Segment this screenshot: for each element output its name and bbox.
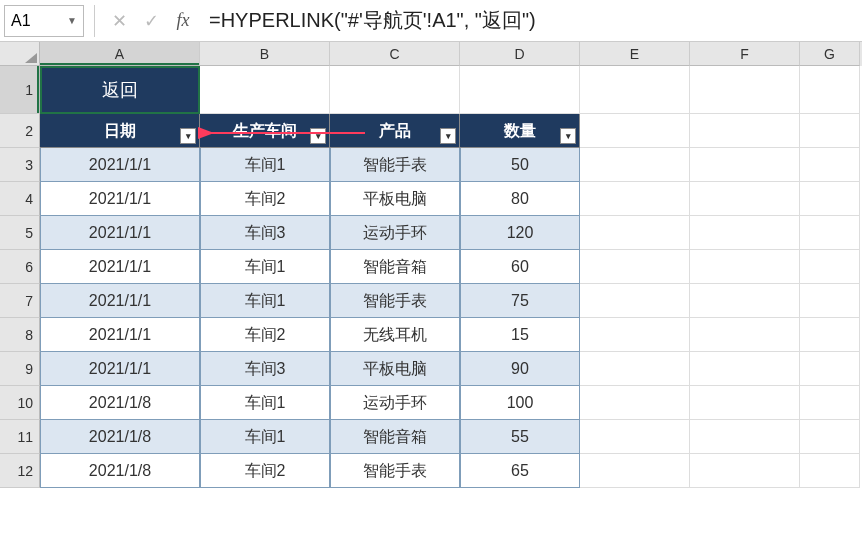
- cell[interactable]: [690, 318, 800, 352]
- cell[interactable]: [580, 454, 690, 488]
- cell[interactable]: 运动手环: [330, 216, 460, 250]
- col-header-D[interactable]: D: [460, 42, 580, 66]
- cell[interactable]: 75: [460, 284, 580, 318]
- table-header-quantity[interactable]: 数量 ▾: [460, 114, 580, 148]
- cell[interactable]: [580, 216, 690, 250]
- cell[interactable]: [800, 148, 860, 182]
- cell[interactable]: 智能音箱: [330, 420, 460, 454]
- table-header-date[interactable]: 日期 ▾: [40, 114, 200, 148]
- filter-dropdown-icon[interactable]: ▾: [560, 128, 576, 144]
- cell[interactable]: [690, 182, 800, 216]
- row-header-4[interactable]: 4: [0, 182, 40, 216]
- cell[interactable]: 无线耳机: [330, 318, 460, 352]
- cell[interactable]: [800, 454, 860, 488]
- cell[interactable]: [800, 318, 860, 352]
- filter-dropdown-icon[interactable]: ▾: [180, 128, 196, 144]
- cell[interactable]: [580, 250, 690, 284]
- cell[interactable]: 车间2: [200, 318, 330, 352]
- cell[interactable]: 车间1: [200, 386, 330, 420]
- row-header-1[interactable]: 1: [0, 66, 40, 114]
- cell[interactable]: [690, 284, 800, 318]
- cell[interactable]: 100: [460, 386, 580, 420]
- cell[interactable]: [580, 182, 690, 216]
- cell[interactable]: 2021/1/1: [40, 216, 200, 250]
- cell[interactable]: 60: [460, 250, 580, 284]
- cell[interactable]: 55: [460, 420, 580, 454]
- cancel-formula-button[interactable]: ✕: [105, 5, 133, 37]
- table-header-workshop[interactable]: 生产车间 ▾: [200, 114, 330, 148]
- col-header-G[interactable]: G: [800, 42, 860, 66]
- cell[interactable]: [580, 420, 690, 454]
- cell[interactable]: 智能手表: [330, 454, 460, 488]
- back-hyperlink-cell[interactable]: 返回: [40, 66, 200, 114]
- cell[interactable]: 车间1: [200, 250, 330, 284]
- cell[interactable]: [580, 386, 690, 420]
- cell[interactable]: 65: [460, 454, 580, 488]
- cell[interactable]: [580, 148, 690, 182]
- row-header-12[interactable]: 12: [0, 454, 40, 488]
- cell[interactable]: 车间2: [200, 182, 330, 216]
- cell[interactable]: [690, 148, 800, 182]
- cell[interactable]: [690, 454, 800, 488]
- cell[interactable]: 2021/1/1: [40, 182, 200, 216]
- cell-G1[interactable]: [800, 66, 860, 114]
- cell[interactable]: 车间3: [200, 352, 330, 386]
- cell[interactable]: [800, 250, 860, 284]
- row-header-6[interactable]: 6: [0, 250, 40, 284]
- cell[interactable]: 平板电脑: [330, 352, 460, 386]
- filter-dropdown-icon[interactable]: ▾: [310, 128, 326, 144]
- cell-E2[interactable]: [580, 114, 690, 148]
- col-header-C[interactable]: C: [330, 42, 460, 66]
- row-header-8[interactable]: 8: [0, 318, 40, 352]
- cell[interactable]: 120: [460, 216, 580, 250]
- cell[interactable]: 2021/1/8: [40, 454, 200, 488]
- name-box[interactable]: A1 ▼: [4, 5, 84, 37]
- cell[interactable]: 50: [460, 148, 580, 182]
- cell-E1[interactable]: [580, 66, 690, 114]
- cell-F2[interactable]: [690, 114, 800, 148]
- cell[interactable]: 车间2: [200, 454, 330, 488]
- cell-D1[interactable]: [460, 66, 580, 114]
- cell[interactable]: 2021/1/1: [40, 352, 200, 386]
- row-header-10[interactable]: 10: [0, 386, 40, 420]
- accept-formula-button[interactable]: ✓: [137, 5, 165, 37]
- cell[interactable]: [690, 386, 800, 420]
- row-header-3[interactable]: 3: [0, 148, 40, 182]
- table-header-product[interactable]: 产品 ▾: [330, 114, 460, 148]
- col-header-E[interactable]: E: [580, 42, 690, 66]
- cell[interactable]: [800, 352, 860, 386]
- cell[interactable]: 车间3: [200, 216, 330, 250]
- cell[interactable]: 运动手环: [330, 386, 460, 420]
- cell[interactable]: 15: [460, 318, 580, 352]
- cell[interactable]: 2021/1/8: [40, 420, 200, 454]
- col-header-F[interactable]: F: [690, 42, 800, 66]
- cell[interactable]: [800, 182, 860, 216]
- cell[interactable]: 智能音箱: [330, 250, 460, 284]
- fx-icon[interactable]: fx: [169, 5, 197, 37]
- chevron-down-icon[interactable]: ▼: [67, 15, 77, 26]
- cell[interactable]: [800, 386, 860, 420]
- cell[interactable]: 2021/1/1: [40, 284, 200, 318]
- cell-B1[interactable]: [200, 66, 330, 114]
- cell-C1[interactable]: [330, 66, 460, 114]
- col-header-A[interactable]: A: [40, 42, 200, 66]
- cell[interactable]: [580, 352, 690, 386]
- cell[interactable]: 平板电脑: [330, 182, 460, 216]
- cell[interactable]: 2021/1/1: [40, 250, 200, 284]
- cell[interactable]: [580, 318, 690, 352]
- cell[interactable]: [800, 216, 860, 250]
- row-header-11[interactable]: 11: [0, 420, 40, 454]
- cell[interactable]: 智能手表: [330, 148, 460, 182]
- cell[interactable]: [690, 352, 800, 386]
- row-header-7[interactable]: 7: [0, 284, 40, 318]
- cell[interactable]: [690, 216, 800, 250]
- cell[interactable]: [800, 420, 860, 454]
- cell-F1[interactable]: [690, 66, 800, 114]
- row-header-5[interactable]: 5: [0, 216, 40, 250]
- cell[interactable]: [690, 420, 800, 454]
- cell[interactable]: 80: [460, 182, 580, 216]
- cell[interactable]: 车间1: [200, 284, 330, 318]
- cell[interactable]: 2021/1/8: [40, 386, 200, 420]
- cell[interactable]: [690, 250, 800, 284]
- select-all-corner[interactable]: [0, 42, 40, 66]
